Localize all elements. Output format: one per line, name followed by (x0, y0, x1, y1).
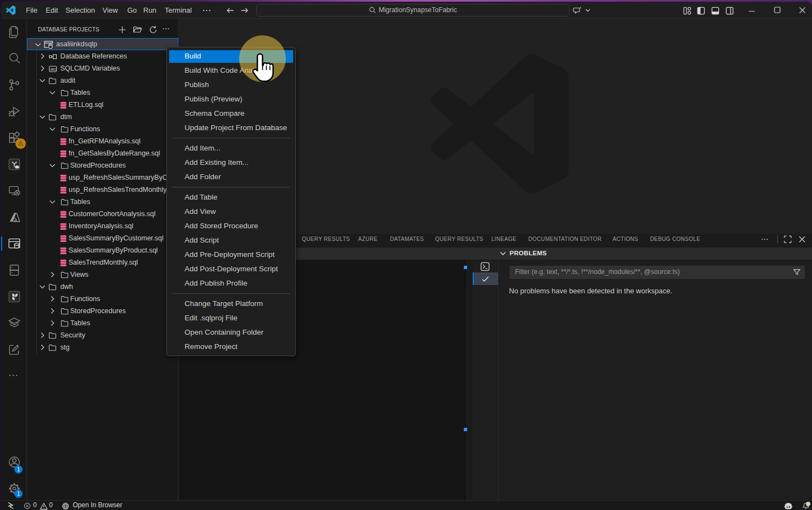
svg-text:abc: abc (50, 67, 56, 71)
